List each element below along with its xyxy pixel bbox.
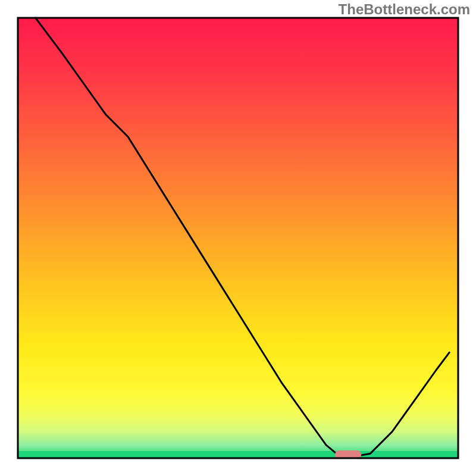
chart-svg xyxy=(0,0,476,476)
plot-green-band xyxy=(18,451,458,458)
watermark-text: TheBottleneck.com xyxy=(339,1,470,18)
chart-stage: TheBottleneck.com xyxy=(0,0,476,476)
